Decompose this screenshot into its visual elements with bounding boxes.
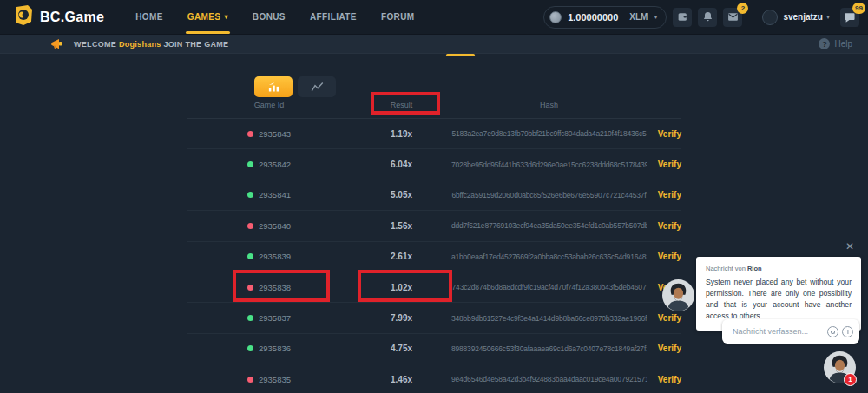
navbar-right: 1.00000000 XLM ▾ [543, 6, 859, 29]
nav-item-games[interactable]: GAMES ▾ [175, 0, 240, 35]
result-value: 7.99x [352, 313, 451, 323]
annotation-rect-result-header [371, 92, 440, 115]
nav-item-affiliate[interactable]: AFFILIATE [298, 0, 369, 35]
hash-value: 348bb9db61527e4c9f3e4a1414d9b8ba66ce8970… [451, 314, 647, 323]
hash-value: 9e4d6546d4e58a42d3b4f924883baa4daac019ce… [451, 375, 647, 383]
chat-sender-avatar [662, 279, 694, 311]
hash-value: a1bb0eaaf17ed4527669f2a0bba8cc53abab26c6… [451, 252, 647, 261]
chat-badge: 99 [852, 3, 865, 14]
bell-icon [702, 11, 713, 23]
game-id: 2935841 [259, 190, 291, 200]
game-id: 2935835 [259, 375, 291, 384]
welcome-bar: WELCOME Dogishans JOIN THE GAME ? Help [0, 35, 868, 54]
result-value: 6.04x [352, 160, 451, 169]
nav-item-bonus[interactable]: BONUS [240, 0, 298, 35]
chevron-down-icon: ▾ [224, 13, 227, 21]
chevron-down-icon: ▾ [826, 13, 830, 21]
verify-link[interactable]: Verify [647, 129, 681, 139]
divider [753, 8, 753, 27]
app-root: BC.Game HOME GAMES ▾ BONUS AFFILIATE FOR… [0, 0, 868, 393]
chat-toggle-button[interactable]: 99 [840, 8, 859, 27]
game-id-cell: 2935835 [187, 375, 352, 384]
game-results-table: Game Id Result Hash 29358431.19x5183a2ea… [187, 91, 681, 393]
coin-icon [549, 11, 562, 23]
close-icon[interactable]: ✕ [845, 241, 854, 252]
game-id: 2935836 [259, 344, 291, 353]
status-dot [247, 345, 253, 351]
chevron-down-icon: ▾ [654, 13, 657, 21]
envelope-icon [727, 11, 739, 23]
help-icon: ? [819, 38, 830, 49]
messages-button[interactable]: 2 [723, 8, 742, 27]
username: svenjatzu [783, 12, 823, 22]
hash-value: 5183a2ea7e9d8e13fb79bbf21bc9ffc804dada4a… [451, 129, 647, 138]
table-row: 29358431.19x5183a2ea7e9d8e13fb79bbf21bc9… [187, 119, 681, 149]
verify-link[interactable]: Verify [647, 221, 681, 231]
game-id-cell: 2935840 [187, 221, 352, 231]
verify-link[interactable]: Verify [647, 160, 681, 169]
nav-item-home[interactable]: HOME [123, 0, 175, 35]
notifications-button[interactable] [698, 8, 717, 27]
game-id: 2935842 [259, 160, 291, 169]
verify-link[interactable]: Verify [647, 252, 681, 261]
megaphone-icon [50, 38, 63, 49]
attachment-icon[interactable] [842, 326, 853, 337]
chat-sender-name: Rion [747, 265, 762, 272]
user-menu[interactable]: svenjatzu ▾ [762, 10, 830, 25]
verify-link[interactable]: Verify [647, 190, 681, 200]
game-id-cell: 2935836 [187, 344, 352, 353]
hash-value: 743c2d874b6d8a8dcdf9fc19acf4d70f74f12a38… [451, 283, 647, 291]
logo-icon [13, 4, 34, 29]
help-button[interactable]: ? Help [819, 38, 852, 49]
result-value: 1.56x [352, 221, 451, 231]
status-dot [247, 161, 253, 167]
status-dot [247, 315, 253, 321]
welcome-username: Dogishans [119, 40, 161, 49]
verify-link[interactable]: Verify [647, 375, 681, 384]
table-row: 29358351.46x9e4d6546d4e58a42d3b4f924883b… [187, 364, 681, 393]
result-value: 1.19x [352, 129, 451, 139]
result-value: 5.05x [352, 190, 451, 200]
table-row: 29358426.04x7028be95dd95f441b633d6d296e0… [187, 149, 681, 180]
game-id: 2935840 [259, 221, 291, 231]
annotation-rect-result-value [358, 270, 452, 302]
hash-value: ddd7f521e87769103ecf94ea35da50ee354efd1c… [451, 221, 647, 230]
active-tab-indicator [446, 54, 475, 56]
balance-amount: 1.00000000 [568, 12, 618, 23]
emoji-icon[interactable] [827, 326, 838, 337]
logo-text: BC.Game [40, 10, 104, 25]
game-id: 2935843 [259, 129, 291, 139]
hash-value: 8988392450666c53f30afaaaea69c1d6a7c0407e… [451, 344, 647, 353]
wallet-icon [677, 11, 688, 23]
logo[interactable]: BC.Game [13, 4, 104, 29]
result-value: 4.75x [352, 344, 451, 353]
messages-badge: 2 [737, 3, 748, 14]
annotation-rect-game-id [233, 270, 330, 302]
chat-message-input[interactable] [733, 327, 824, 336]
nav-item-forum[interactable]: FORUM [369, 0, 427, 35]
game-id: 2935837 [259, 313, 291, 323]
avatar [762, 10, 778, 25]
verify-link[interactable]: Verify [647, 344, 681, 353]
chat-input-bar [722, 319, 859, 344]
result-value: 2.61x [352, 252, 451, 261]
game-id-cell: 2935839 [187, 252, 352, 261]
status-dot [247, 131, 253, 137]
table-row: 29358392.61xa1bb0eaaf17ed4527669f2a0bba8… [187, 242, 681, 272]
top-navbar: BC.Game HOME GAMES ▾ BONUS AFFILIATE FOR… [0, 0, 868, 35]
result-value: 1.46x [352, 375, 451, 384]
balance-currency: XLM [629, 12, 648, 22]
game-id: 2935839 [259, 252, 291, 261]
game-id-cell: 2935837 [187, 313, 352, 323]
table-body: 29358431.19x5183a2ea7e9d8e13fb79bbf21bc9… [187, 119, 681, 393]
wallet-button[interactable] [673, 8, 692, 27]
table-row: 29358364.75x8988392450666c53f30afaaaea69… [187, 334, 681, 364]
column-header-game-id: Game Id [187, 101, 352, 109]
status-dot [247, 192, 253, 198]
verify-link[interactable]: Verify [647, 313, 681, 323]
column-header-hash: Hash [451, 101, 647, 109]
game-id-cell: 2935842 [187, 160, 352, 169]
game-id-cell: 2935841 [187, 190, 352, 200]
game-id-cell: 2935843 [187, 129, 352, 139]
balance-selector[interactable]: 1.00000000 XLM ▾ [543, 6, 667, 29]
